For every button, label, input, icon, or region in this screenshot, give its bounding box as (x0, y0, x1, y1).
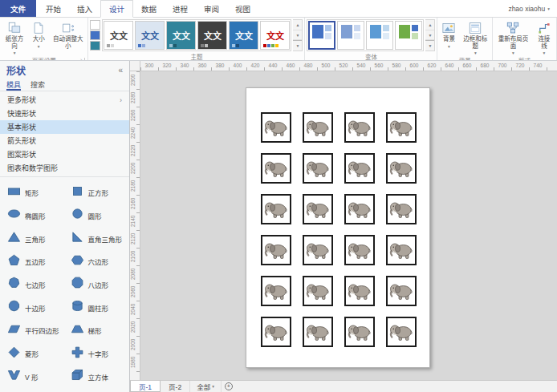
theme-item-6[interactable]: 文文 (260, 21, 290, 50)
elephant-shape-cell[interactable] (344, 276, 375, 306)
stencil-pattern-shapes[interactable]: 图案形状 (0, 148, 129, 161)
shape-master-cube[interactable]: 立方体 (65, 368, 128, 385)
tab-home[interactable]: 开始 (38, 0, 69, 17)
elephant-image (347, 281, 372, 301)
shape-master-triangle[interactable]: 三角形 (2, 230, 65, 247)
elephant-shape-cell[interactable] (261, 317, 291, 347)
elephant-shape-cell[interactable] (303, 276, 333, 306)
elephant-shape-cell[interactable] (344, 153, 375, 184)
all-pages-button[interactable]: 全部 ▾ (190, 381, 222, 392)
tab-design[interactable]: 设计 (100, 0, 133, 18)
account-menu[interactable]: zhao xiaohu ▾ (501, 0, 557, 17)
ruler-label: 420 (246, 61, 264, 71)
connectors-button[interactable]: 连接线 ▾ (534, 19, 555, 55)
shape-master-heptagon[interactable]: 七边形 (2, 277, 65, 293)
gallery-more-icon[interactable]: ▼ (293, 40, 302, 51)
elephant-shape-cell[interactable] (344, 112, 375, 143)
elephant-shape-cell[interactable] (303, 317, 333, 347)
variant-item-4[interactable] (395, 21, 422, 50)
elephant-shape-cell[interactable] (386, 194, 417, 224)
shape-master-square[interactable]: 正方形 (65, 184, 128, 201)
shape-master-v-shape[interactable]: V 形 (2, 368, 65, 385)
elephant-shape-cell[interactable] (386, 112, 417, 143)
shape-master-cylinder[interactable]: 圆柱形 (65, 299, 128, 316)
elephant-shape-cell[interactable] (261, 194, 291, 224)
tab-process[interactable]: 进程 (165, 0, 196, 17)
elephant-shape-cell[interactable] (261, 235, 291, 265)
variant-item-1[interactable] (308, 21, 335, 50)
page-tab-1[interactable]: 页-1 (130, 381, 161, 392)
elephant-shape-cell[interactable] (261, 276, 291, 306)
tab-search[interactable]: 搜索 (30, 79, 45, 91)
elephant-shape-cell[interactable] (344, 235, 375, 265)
stencil-basic-shapes[interactable]: 基本形状 (0, 120, 129, 134)
elephant-shape-cell[interactable] (303, 112, 333, 143)
elephant-shape-cell[interactable] (261, 112, 291, 143)
drawing-area[interactable] (140, 71, 557, 380)
elephant-shape-cell[interactable] (303, 194, 333, 224)
shape-master-diamond[interactable]: 菱形 (2, 346, 65, 362)
shape-master-cross[interactable]: 十字形 (65, 346, 128, 362)
tab-review[interactable]: 审阅 (196, 0, 227, 17)
drawing-page[interactable] (246, 87, 430, 368)
elephant-shape-cell[interactable] (344, 194, 375, 224)
theme-item-3[interactable]: 文文 (166, 21, 196, 50)
theme-mini-button-1[interactable] (90, 20, 100, 30)
theme-item-1[interactable]: 文文 (104, 21, 133, 50)
stencil-quick-shapes[interactable]: 快速形状 (0, 107, 129, 120)
tab-view[interactable]: 视图 (227, 0, 258, 17)
shape-master-pentagon[interactable]: 五边形 (2, 253, 65, 270)
elephant-shape-cell[interactable] (386, 317, 417, 347)
shape-master-decagon[interactable]: 十边形 (2, 299, 65, 316)
stencil-more-shapes[interactable]: 更多形状› (0, 93, 129, 107)
variant-item-2[interactable] (337, 21, 364, 50)
shape-master-trapezoid[interactable]: 梯形 (65, 322, 128, 339)
gallery-more-icon[interactable]: ▼ (425, 40, 434, 51)
shape-master-right-triangle[interactable]: 直角三角形 (65, 230, 128, 247)
stencil-arrow-shapes[interactable]: 箭头形状 (0, 134, 129, 148)
theme-item-4[interactable]: 文文 (197, 21, 227, 50)
gallery-scroll-up-icon[interactable]: ▲ (425, 20, 434, 30)
theme-item-5[interactable]: 文文 (229, 21, 258, 50)
elephant-shape-cell[interactable] (386, 235, 417, 265)
borders-titles-button[interactable]: 边框和标题 ▾ (460, 19, 490, 55)
tab-insert[interactable]: 插入 (69, 0, 100, 17)
gallery-scroll-down-icon[interactable]: ▼ (293, 30, 302, 41)
relayout-page-button[interactable]: 重新布局页面 ▾ (494, 19, 532, 55)
stencil-chart-math-shapes[interactable]: 图表和数学图形 (0, 161, 129, 175)
variant-swatch (383, 33, 389, 39)
size-button[interactable]: 大小 ▾ (29, 19, 48, 55)
theme-item-2[interactable]: 文文 (135, 21, 165, 50)
tab-data[interactable]: 数据 (133, 0, 165, 17)
elephant-shape-cell[interactable] (303, 235, 333, 265)
autosize-button[interactable]: 自动调整大小 (50, 19, 86, 55)
elephant-shape-cell[interactable] (386, 153, 417, 184)
ruler-label: 460 (282, 61, 299, 71)
elephant-shape-cell[interactable] (386, 276, 417, 306)
shape-master-rectangle[interactable]: 矩形 (2, 184, 65, 201)
page-tab-2[interactable]: 页-2 (161, 381, 190, 392)
gallery-scroll-up-icon[interactable]: ▲ (293, 20, 302, 30)
collapse-panel-button[interactable]: « (118, 66, 123, 75)
theme-mini-button-3[interactable] (90, 41, 100, 51)
tab-file[interactable]: 文件 (0, 0, 36, 17)
elephant-shape-cell[interactable] (303, 153, 333, 184)
tab-stencils[interactable]: 模具 (6, 79, 21, 91)
elephant-shape-cell[interactable] (261, 153, 291, 184)
add-page-button[interactable]: + (222, 381, 236, 392)
gallery-scroll-down-icon[interactable]: ▼ (425, 30, 434, 41)
variant-item-3[interactable] (366, 21, 393, 50)
background-button[interactable]: 背景 ▾ (439, 19, 458, 55)
elephant-shape-cell[interactable] (344, 317, 375, 347)
shape-master-octagon[interactable]: 八边形 (65, 277, 128, 293)
orientation-button[interactable]: 纸张方向 ▾ (2, 19, 27, 55)
shape-master-circle[interactable]: 圆形 (65, 208, 128, 224)
shape-master-hexagon[interactable]: 六边形 (65, 253, 128, 270)
shape-master-parallelogram[interactable]: 平行四边形 (2, 322, 65, 339)
theme-mini-button-2[interactable] (90, 30, 100, 40)
theme-sample-text: 文文 (235, 29, 253, 42)
shape-master-ellipse[interactable]: 椭圆形 (2, 208, 65, 224)
orientation-label: 纸张方向 (4, 36, 25, 50)
palette-swatch (263, 44, 266, 47)
ruler-label: 740 (529, 61, 547, 71)
